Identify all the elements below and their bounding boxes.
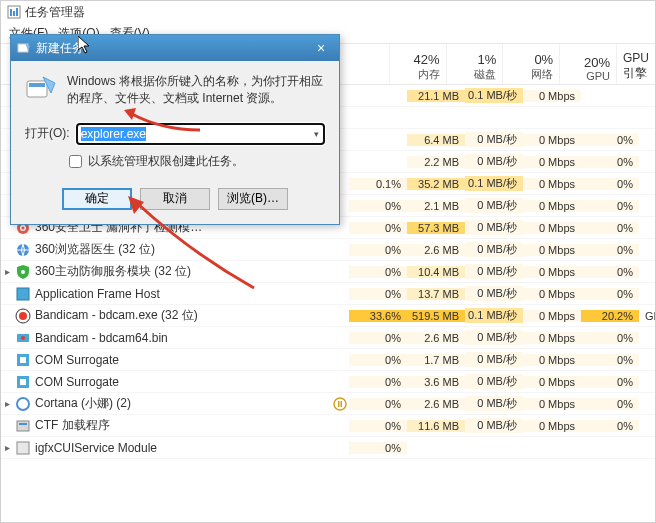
memory-cell: 6.4 MB bbox=[407, 134, 465, 146]
cpu-cell: 0% bbox=[349, 244, 407, 256]
cpu-cell: 0% bbox=[349, 332, 407, 344]
disk-cell: 0.1 MB/秒 bbox=[465, 88, 523, 103]
process-icon bbox=[15, 352, 31, 368]
open-combobox[interactable]: ▾ bbox=[76, 123, 325, 145]
open-label: 打开(O): bbox=[25, 125, 70, 142]
process-icon bbox=[15, 308, 31, 324]
gpu-cell: 0% bbox=[581, 266, 639, 278]
disk-cell: 0 MB/秒 bbox=[465, 286, 523, 301]
svg-point-23 bbox=[17, 398, 29, 410]
memory-cell: 21.1 MB bbox=[407, 90, 465, 102]
disk-cell: 0.1 MB/秒 bbox=[465, 308, 523, 323]
memory-cell: 13.7 MB bbox=[407, 288, 465, 300]
network-cell: 0 Mbps bbox=[523, 376, 581, 388]
table-row[interactable]: COM Surrogate0%1.7 MB0 MB/秒0 Mbps0% bbox=[1, 349, 655, 371]
run-large-icon bbox=[25, 73, 57, 105]
col-gpu[interactable]: 20%GPU bbox=[560, 44, 617, 84]
gpu-cell: 0% bbox=[581, 420, 639, 432]
svg-rect-14 bbox=[17, 288, 29, 300]
table-row[interactable]: 360浏览器医生 (32 位)0%2.6 MB0 MB/秒0 Mbps0% bbox=[1, 239, 655, 261]
browse-button[interactable]: 浏览(B)… bbox=[218, 188, 288, 210]
network-cell: 0 Mbps bbox=[523, 244, 581, 256]
expand-toggle[interactable]: ▸ bbox=[1, 442, 13, 453]
memory-cell: 2.6 MB bbox=[407, 398, 465, 410]
process-name: COM Surrogate bbox=[35, 375, 331, 389]
disk-cell: 0 MB/秒 bbox=[465, 198, 523, 213]
cpu-cell: 0% bbox=[349, 420, 407, 432]
table-row[interactable]: ▸Cortana (小娜) (2)0%2.6 MB0 MB/秒0 Mbps0% bbox=[1, 393, 655, 415]
admin-checkbox[interactable] bbox=[69, 155, 82, 168]
memory-cell: 57.3 MB bbox=[407, 222, 465, 234]
network-cell: 0 Mbps bbox=[523, 288, 581, 300]
table-row[interactable]: ▸360主动防御服务模块 (32 位)0%10.4 MB0 MB/秒0 Mbps… bbox=[1, 261, 655, 283]
status-icon bbox=[331, 397, 349, 411]
process-name: igfxCUIService Module bbox=[35, 441, 331, 455]
disk-cell: 0 MB/秒 bbox=[465, 154, 523, 169]
process-name: Bandicam - bdcam.exe (32 位) bbox=[35, 307, 331, 324]
disk-cell: 0 MB/秒 bbox=[465, 264, 523, 279]
col-network[interactable]: 0%网络 bbox=[503, 44, 560, 84]
app-icon bbox=[7, 5, 21, 19]
expand-toggle[interactable]: ▸ bbox=[1, 266, 13, 277]
process-name: Application Frame Host bbox=[35, 287, 331, 301]
cpu-cell: 0% bbox=[349, 222, 407, 234]
disk-cell: 0 MB/秒 bbox=[465, 374, 523, 389]
svg-rect-28 bbox=[19, 423, 27, 425]
gpu-cell: 20.2% bbox=[581, 310, 639, 322]
svg-rect-1 bbox=[10, 9, 12, 16]
run-dialog: 新建任务 × Windows 将根据你所键入的名称，为你打开相应的程序、文件夹、… bbox=[10, 34, 340, 225]
table-row[interactable]: Application Frame Host0%13.7 MB0 MB/秒0 M… bbox=[1, 283, 655, 305]
svg-rect-2 bbox=[13, 11, 15, 16]
disk-cell: 0 MB/秒 bbox=[465, 418, 523, 433]
table-row[interactable]: ▸igfxCUIService Module0% bbox=[1, 437, 655, 459]
col-cpu[interactable] bbox=[333, 44, 390, 84]
admin-label: 以系统管理权限创建此任务。 bbox=[88, 153, 244, 170]
table-row[interactable]: COM Surrogate0%3.6 MB0 MB/秒0 Mbps0% bbox=[1, 371, 655, 393]
expand-toggle[interactable]: ▸ bbox=[1, 398, 13, 409]
memory-cell: 2.2 MB bbox=[407, 156, 465, 168]
window-title: 任务管理器 bbox=[25, 4, 85, 21]
disk-cell: 0 MB/秒 bbox=[465, 132, 523, 147]
network-cell: 0 Mbps bbox=[523, 310, 581, 322]
disk-cell: 0.1 MB/秒 bbox=[465, 176, 523, 191]
disk-cell: 0 MB/秒 bbox=[465, 330, 523, 345]
cancel-button[interactable]: 取消 bbox=[140, 188, 210, 210]
disk-cell: 0 MB/秒 bbox=[465, 220, 523, 235]
disk-cell: 0 MB/秒 bbox=[465, 396, 523, 411]
close-icon[interactable]: × bbox=[309, 40, 333, 56]
chevron-down-icon[interactable]: ▾ bbox=[308, 124, 324, 144]
process-icon bbox=[15, 330, 31, 346]
table-row[interactable]: Bandicam - bdcam.exe (32 位)33.6%519.5 MB… bbox=[1, 305, 655, 327]
network-cell: 0 Mbps bbox=[523, 398, 581, 410]
network-cell: 0 Mbps bbox=[523, 332, 581, 344]
svg-rect-3 bbox=[16, 8, 18, 16]
open-input[interactable] bbox=[76, 123, 325, 145]
process-name: Cortana (小娜) (2) bbox=[35, 395, 331, 412]
col-gpu-engine[interactable]: GPU 引擎 bbox=[617, 44, 655, 84]
svg-point-11 bbox=[22, 226, 25, 229]
gpu-cell: 0% bbox=[581, 134, 639, 146]
process-icon bbox=[15, 440, 31, 456]
disk-cell: 0 MB/秒 bbox=[465, 242, 523, 257]
memory-cell: 10.4 MB bbox=[407, 266, 465, 278]
memory-cell: 2.1 MB bbox=[407, 200, 465, 212]
memory-cell: 35.2 MB bbox=[407, 178, 465, 190]
ok-button[interactable]: 确定 bbox=[62, 188, 132, 210]
dialog-titlebar[interactable]: 新建任务 × bbox=[11, 35, 339, 61]
process-name: Bandicam - bdcam64.bin bbox=[35, 331, 331, 345]
col-memory[interactable]: 42%内存 bbox=[390, 44, 447, 84]
cpu-cell: 0.1% bbox=[349, 178, 407, 190]
col-disk[interactable]: 1%磁盘 bbox=[447, 44, 504, 84]
svg-point-13 bbox=[21, 270, 25, 274]
table-row[interactable]: Bandicam - bdcam64.bin0%2.6 MB0 MB/秒0 Mb… bbox=[1, 327, 655, 349]
cpu-cell: 0% bbox=[349, 354, 407, 366]
cpu-cell: 0% bbox=[349, 266, 407, 278]
network-cell: 0 Mbps bbox=[523, 90, 581, 102]
svg-rect-32 bbox=[29, 83, 45, 87]
gpu-cell: 0% bbox=[581, 376, 639, 388]
cpu-cell: 0% bbox=[349, 442, 407, 454]
svg-rect-27 bbox=[17, 421, 29, 431]
gpu-cell: 0% bbox=[581, 178, 639, 190]
gpu-cell: 0% bbox=[581, 200, 639, 212]
table-row[interactable]: CTF 加载程序0%11.6 MB0 MB/秒0 Mbps0% bbox=[1, 415, 655, 437]
